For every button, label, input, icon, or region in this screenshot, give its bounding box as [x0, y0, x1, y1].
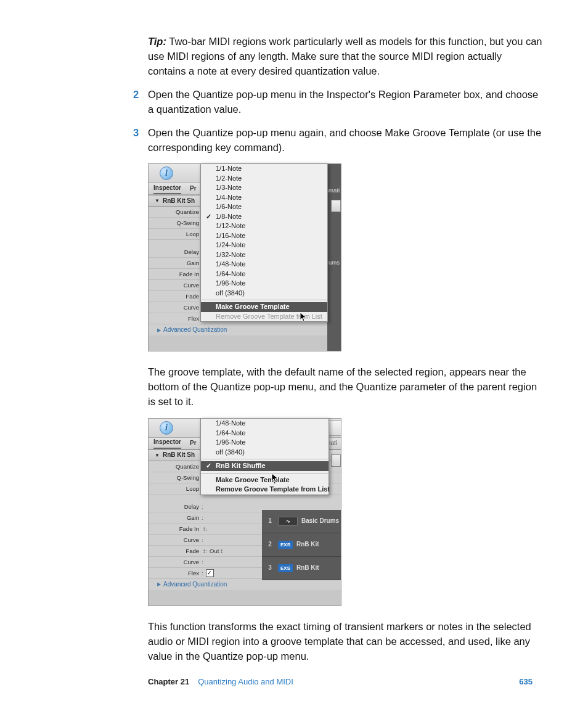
page-footer: Chapter 21 Quantizing Audio and MIDI 635 — [55, 677, 533, 686]
menu-item[interactable]: 1/4-Note — [201, 193, 327, 203]
param-flex[interactable]: Flex — [149, 569, 202, 578]
track-area-partial: omati rums — [327, 164, 341, 351]
info-icon[interactable]: i — [160, 166, 173, 180]
param-fade[interactable]: Fade — [149, 547, 202, 556]
menu-item[interactable]: off (3840) — [201, 289, 327, 298]
track-row[interactable]: 2 EXS RnB Kit — [262, 533, 341, 557]
instrument-badge: EXS — [278, 541, 293, 549]
param-quantize[interactable]: Quantize — [149, 462, 202, 471]
track-row[interactable]: 3 EXS RnB Kit — [262, 557, 341, 580]
menu-item-groove-template[interactable]: RnB Kit Shuffle — [201, 461, 329, 471]
text-partial: rums — [327, 258, 340, 267]
track-list: 1 ∿ Basic Drums 2 EXS RnB Kit 3 EXS RnB … — [262, 510, 341, 580]
menu-item[interactable]: 1/1-Note — [201, 164, 327, 174]
menu-item[interactable]: 1/2-Note — [201, 174, 327, 184]
advanced-quantization[interactable]: ▶ Advanced Quantization — [149, 579, 341, 590]
menu-item[interactable]: 1/24-Note — [201, 240, 327, 250]
advanced-quantization[interactable]: ▶ Advanced Quantization — [149, 324, 341, 335]
menu-separator — [201, 473, 329, 474]
menu-separator — [201, 300, 327, 300]
info-icon[interactable]: i — [160, 421, 173, 435]
param-qswing[interactable]: Q-Swing — [149, 219, 202, 228]
menu-item[interactable]: 1/48-Note — [201, 419, 329, 429]
param-curve2[interactable]: Curve — [149, 303, 202, 312]
menu-item-remove-groove-template: Remove Groove Template from List — [201, 312, 327, 322]
param-fade[interactable]: Fade — [149, 292, 202, 301]
param-delay[interactable]: Delay — [149, 248, 202, 257]
param-fadein[interactable]: Fade In — [149, 270, 202, 279]
disclosure-triangle-icon[interactable]: ▶ — [157, 581, 161, 588]
figure-2: i Inspector Pr omati ▼ RnB Kit Sh Quanti… — [148, 418, 542, 606]
menu-item-make-groove-template[interactable]: Make Groove Template — [201, 302, 327, 312]
track-number: 1 — [266, 517, 274, 526]
tip-text: Two-bar MIDI regions work particularly w… — [148, 36, 542, 76]
step-2: 2 Open the Quantize pop-up menu in the I… — [148, 88, 542, 117]
step-number: 2 — [133, 88, 139, 102]
menu-item[interactable]: 1/48-Note — [201, 260, 327, 269]
stepper-icon[interactable]: ‡ — [220, 548, 223, 555]
paragraph-after-fig1: The groove template, with the default na… — [148, 365, 542, 409]
instrument-badge: EXS — [278, 564, 293, 572]
figure-1: i Inspector Pr ▼ RnB Kit Sh Quantize Q-S… — [148, 163, 542, 351]
menu-item[interactable]: 1/64-Note — [201, 269, 327, 279]
param-qswing[interactable]: Q-Swing — [149, 474, 202, 482]
step-3: 3 Open the Quantize pop-up menu again, a… — [148, 126, 542, 155]
disclosure-triangle-icon[interactable]: ▼ — [155, 452, 160, 459]
step-text: Open the Quantize pop-up menu again, and… — [148, 127, 541, 153]
menu-item[interactable]: 1/96-Note — [201, 279, 327, 289]
param-curve2[interactable]: Curve — [149, 558, 202, 567]
param-loop[interactable]: Loop — [149, 230, 202, 239]
tip-label: Tip: — [148, 36, 166, 47]
menu-item[interactable]: 1/32-Note — [201, 250, 327, 260]
menu-item[interactable]: off (3840) — [201, 448, 329, 458]
track-row[interactable]: 1 ∿ Basic Drums — [262, 510, 341, 533]
step-number: 3 — [133, 126, 139, 141]
menu-item[interactable]: 1/16-Note — [201, 231, 327, 241]
region-name: RnB Kit Sh — [163, 451, 195, 460]
disclosure-triangle-icon[interactable]: ▶ — [157, 327, 161, 334]
track-name: RnB Kit — [296, 540, 319, 549]
param-flex[interactable]: Flex — [149, 314, 202, 323]
menu-item[interactable]: 1/12-Note — [201, 221, 327, 231]
flex-checkbox[interactable]: ✓ — [206, 569, 214, 577]
region-name: RnB Kit Sh — [163, 197, 195, 206]
track-name: RnB Kit — [296, 564, 319, 573]
menu-separator — [201, 459, 329, 459]
menu-item-remove-groove-template[interactable]: Remove Groove Template from List — [201, 485, 329, 495]
footer-page-number: 635 — [519, 677, 533, 686]
menu-item[interactable]: 1/3-Note — [201, 183, 327, 193]
quantize-popup-menu[interactable]: 1/48-Note 1/64-Note 1/96-Note off (3840)… — [200, 418, 329, 495]
footer-chapter: Chapter 21 — [148, 677, 189, 686]
paragraph-after-fig2: This function transforms the exact timin… — [148, 620, 542, 664]
track-number: 2 — [266, 540, 274, 549]
menu-item[interactable]: 1/6-Note — [201, 202, 327, 212]
step-text: Open the Quantize pop-up menu in the Ins… — [148, 89, 538, 115]
track-number: 3 — [266, 564, 274, 573]
param-fade-value[interactable]: Out — [207, 547, 219, 556]
tab-inspector[interactable]: Inspector — [153, 438, 181, 449]
menu-item-checked[interactable]: 1/8-Note — [201, 212, 327, 222]
waveform-icon: ∿ — [278, 517, 298, 526]
track-name: Basic Drums — [301, 517, 339, 526]
menu-item[interactable]: 1/96-Note — [201, 438, 329, 448]
quantize-popup-menu[interactable]: 1/1-Note 1/2-Note 1/3-Note 1/4-Note 1/6-… — [200, 163, 328, 322]
param-delay[interactable]: Delay — [149, 503, 202, 511]
param-gain[interactable]: Gain — [149, 514, 202, 522]
param-quantize[interactable]: Quantize — [149, 208, 202, 216]
toolbar-button[interactable] — [331, 200, 341, 212]
tab-preferences[interactable]: Pr — [190, 439, 197, 448]
param-loop[interactable]: Loop — [149, 485, 202, 493]
param-gain[interactable]: Gain — [149, 259, 202, 268]
param-curve[interactable]: Curve — [149, 536, 202, 544]
tab-inspector[interactable]: Inspector — [153, 184, 181, 195]
toolbar-button[interactable] — [331, 454, 341, 467]
footer-title: Quantizing Audio and MIDI — [198, 677, 293, 686]
menu-item-make-groove-template[interactable]: Make Groove Template — [201, 475, 329, 485]
tip-paragraph: Tip: Two-bar MIDI regions work particula… — [148, 35, 542, 79]
disclosure-triangle-icon[interactable]: ▼ — [155, 197, 160, 205]
menu-item[interactable]: 1/64-Note — [201, 429, 329, 438]
param-fadein[interactable]: Fade In — [149, 525, 202, 533]
param-curve[interactable]: Curve — [149, 281, 202, 290]
tab-preferences[interactable]: Pr — [190, 184, 197, 194]
